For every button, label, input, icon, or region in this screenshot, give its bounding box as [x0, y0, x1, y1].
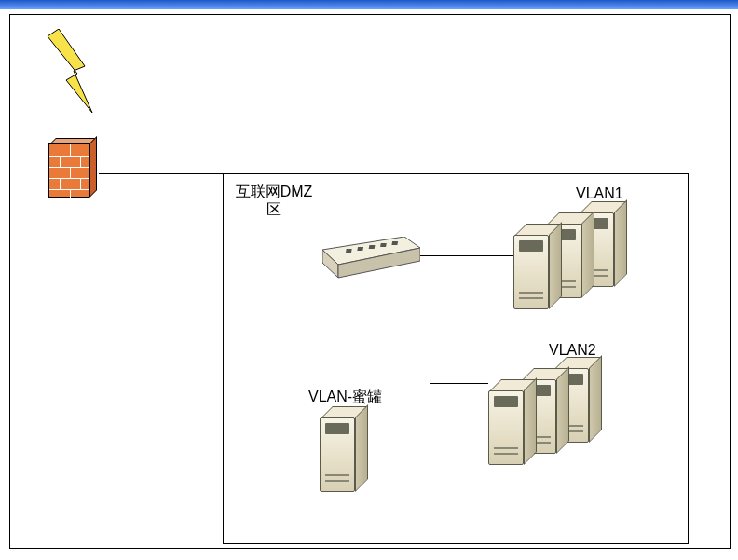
- svg-marker-0: [48, 29, 92, 113]
- svg-rect-6: [369, 245, 376, 249]
- switch-icon: [322, 237, 420, 279]
- link-switch-vlan2: [430, 383, 488, 384]
- dmz-label: 互联网DMZ 区: [232, 183, 316, 218]
- server-vlan1-1: [513, 224, 560, 309]
- diagram-canvas: 互联网DMZ 区 VLAN1 VLAN2 VLAN-蜜罐: [9, 14, 731, 549]
- lightning-icon: [38, 29, 103, 150]
- svg-rect-8: [391, 241, 398, 245]
- link-switch-vlan1: [420, 255, 513, 256]
- server-vlan2-1: [488, 379, 535, 465]
- svg-rect-5: [357, 247, 363, 251]
- firewall-icon: [43, 138, 94, 203]
- svg-rect-7: [380, 243, 387, 247]
- svg-rect-4: [346, 249, 352, 253]
- slide-header-bar: [0, 0, 738, 9]
- link-firewall-dmz: [99, 173, 223, 174]
- vlan1-label: VLAN1: [576, 184, 623, 202]
- server-honeypot: [320, 406, 366, 492]
- honeypot-label: VLAN-蜜罐: [308, 388, 382, 405]
- link-switch-vertical: [430, 276, 430, 444]
- link-switch-honeypot: [368, 444, 430, 444]
